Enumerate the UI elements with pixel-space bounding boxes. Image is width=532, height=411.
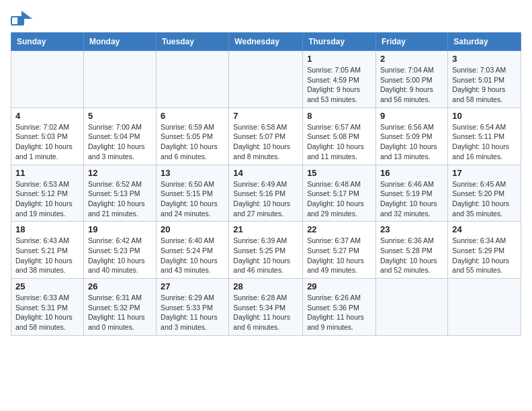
day-number: 17: [452, 168, 517, 178]
calendar-cell: 19Sunrise: 6:42 AM Sunset: 5:23 PM Dayli…: [83, 222, 156, 279]
calendar-cell: [375, 279, 447, 336]
day-number: 21: [233, 224, 298, 234]
col-header-saturday: Saturday: [448, 33, 521, 51]
day-number: 18: [15, 224, 79, 234]
day-info: Sunrise: 6:54 AM Sunset: 5:11 PM Dayligh…: [452, 122, 517, 162]
calendar-cell: 11Sunrise: 6:53 AM Sunset: 5:12 PM Dayli…: [11, 165, 84, 222]
calendar-cell: 14Sunrise: 6:49 AM Sunset: 5:16 PM Dayli…: [229, 165, 303, 222]
day-info: Sunrise: 6:40 AM Sunset: 5:24 PM Dayligh…: [161, 236, 224, 275]
day-info: Sunrise: 7:00 AM Sunset: 5:04 PM Dayligh…: [88, 122, 152, 162]
day-info: Sunrise: 6:34 AM Sunset: 5:29 PM Dayligh…: [452, 236, 517, 275]
calendar-cell: [11, 51, 84, 108]
calendar-cell: 28Sunrise: 6:28 AM Sunset: 5:34 PM Dayli…: [229, 279, 303, 336]
calendar-week-row: 1Sunrise: 7:05 AM Sunset: 4:59 PM Daylig…: [11, 51, 521, 108]
calendar-cell: 6Sunrise: 6:59 AM Sunset: 5:05 PM Daylig…: [157, 107, 229, 165]
day-number: 2: [380, 54, 443, 64]
day-info: Sunrise: 7:04 AM Sunset: 5:00 PM Dayligh…: [380, 65, 443, 105]
calendar-cell: 2Sunrise: 7:04 AM Sunset: 5:00 PM Daylig…: [375, 51, 447, 108]
day-number: 9: [380, 111, 443, 121]
day-number: 19: [88, 224, 152, 234]
calendar-cell: 16Sunrise: 6:46 AM Sunset: 5:19 PM Dayli…: [375, 165, 447, 222]
calendar-cell: 3Sunrise: 7:03 AM Sunset: 5:01 PM Daylig…: [448, 51, 521, 108]
col-header-friday: Friday: [375, 33, 447, 51]
day-info: Sunrise: 6:53 AM Sunset: 5:12 PM Dayligh…: [15, 179, 79, 219]
calendar-cell: 22Sunrise: 6:37 AM Sunset: 5:27 PM Dayli…: [303, 222, 376, 279]
calendar-cell: 26Sunrise: 6:31 AM Sunset: 5:32 PM Dayli…: [83, 279, 156, 336]
col-header-sunday: Sunday: [11, 33, 84, 51]
day-info: Sunrise: 7:02 AM Sunset: 5:03 PM Dayligh…: [15, 122, 79, 162]
calendar-cell: 1Sunrise: 7:05 AM Sunset: 4:59 PM Daylig…: [303, 51, 376, 108]
day-info: Sunrise: 6:57 AM Sunset: 5:08 PM Dayligh…: [307, 122, 371, 162]
day-info: Sunrise: 7:05 AM Sunset: 4:59 PM Dayligh…: [307, 65, 371, 105]
calendar-cell: 12Sunrise: 6:52 AM Sunset: 5:13 PM Dayli…: [83, 165, 156, 222]
day-number: 3: [452, 54, 517, 64]
calendar-week-row: 18Sunrise: 6:43 AM Sunset: 5:21 PM Dayli…: [11, 222, 521, 279]
logo-icon: [11, 11, 32, 27]
calendar-cell: 21Sunrise: 6:39 AM Sunset: 5:25 PM Dayli…: [229, 222, 303, 279]
calendar-cell: 29Sunrise: 6:26 AM Sunset: 5:36 PM Dayli…: [303, 279, 376, 336]
day-info: Sunrise: 6:50 AM Sunset: 5:15 PM Dayligh…: [161, 179, 224, 219]
day-info: Sunrise: 6:56 AM Sunset: 5:09 PM Dayligh…: [380, 122, 443, 162]
day-number: 29: [307, 281, 371, 291]
calendar-week-row: 11Sunrise: 6:53 AM Sunset: 5:12 PM Dayli…: [11, 165, 521, 222]
day-number: 15: [307, 168, 371, 178]
day-number: 13: [161, 168, 224, 178]
day-number: 1: [307, 54, 371, 64]
calendar-cell: [229, 51, 303, 108]
day-number: 5: [88, 111, 152, 121]
col-header-wednesday: Wednesday: [229, 33, 303, 51]
day-info: Sunrise: 6:28 AM Sunset: 5:34 PM Dayligh…: [233, 293, 298, 332]
day-info: Sunrise: 6:59 AM Sunset: 5:05 PM Dayligh…: [161, 122, 224, 162]
calendar-cell: 20Sunrise: 6:40 AM Sunset: 5:24 PM Dayli…: [157, 222, 229, 279]
calendar-cell: [157, 51, 229, 108]
day-number: 25: [15, 281, 79, 291]
day-number: 4: [15, 111, 79, 121]
col-header-thursday: Thursday: [303, 33, 376, 51]
col-header-tuesday: Tuesday: [157, 33, 229, 51]
calendar-cell: 24Sunrise: 6:34 AM Sunset: 5:29 PM Dayli…: [448, 222, 521, 279]
calendar-week-row: 4Sunrise: 7:02 AM Sunset: 5:03 PM Daylig…: [11, 107, 521, 165]
calendar-cell: 13Sunrise: 6:50 AM Sunset: 5:15 PM Dayli…: [157, 165, 229, 222]
day-info: Sunrise: 7:03 AM Sunset: 5:01 PM Dayligh…: [452, 65, 517, 105]
calendar-cell: 8Sunrise: 6:57 AM Sunset: 5:08 PM Daylig…: [303, 107, 376, 165]
svg-marker-1: [21, 11, 32, 19]
day-info: Sunrise: 6:39 AM Sunset: 5:25 PM Dayligh…: [233, 236, 298, 275]
day-info: Sunrise: 6:49 AM Sunset: 5:16 PM Dayligh…: [233, 179, 298, 219]
day-info: Sunrise: 6:31 AM Sunset: 5:32 PM Dayligh…: [88, 293, 152, 332]
day-number: 16: [380, 168, 443, 178]
calendar-cell: 25Sunrise: 6:33 AM Sunset: 5:31 PM Dayli…: [11, 279, 84, 336]
page-header: [11, 11, 521, 27]
day-info: Sunrise: 6:48 AM Sunset: 5:17 PM Dayligh…: [307, 179, 371, 219]
day-info: Sunrise: 6:45 AM Sunset: 5:20 PM Dayligh…: [452, 179, 517, 219]
day-info: Sunrise: 6:26 AM Sunset: 5:36 PM Dayligh…: [307, 293, 371, 332]
calendar-cell: 4Sunrise: 7:02 AM Sunset: 5:03 PM Daylig…: [11, 107, 84, 165]
col-header-monday: Monday: [83, 33, 156, 51]
day-info: Sunrise: 6:36 AM Sunset: 5:28 PM Dayligh…: [380, 236, 443, 275]
day-number: 10: [452, 111, 517, 121]
calendar-cell: 15Sunrise: 6:48 AM Sunset: 5:17 PM Dayli…: [303, 165, 376, 222]
day-info: Sunrise: 6:37 AM Sunset: 5:27 PM Dayligh…: [307, 236, 371, 275]
day-info: Sunrise: 6:33 AM Sunset: 5:31 PM Dayligh…: [15, 293, 79, 332]
day-info: Sunrise: 6:52 AM Sunset: 5:13 PM Dayligh…: [88, 179, 152, 219]
calendar-cell: 7Sunrise: 6:58 AM Sunset: 5:07 PM Daylig…: [229, 107, 303, 165]
day-info: Sunrise: 6:58 AM Sunset: 5:07 PM Dayligh…: [233, 122, 298, 162]
calendar-cell: 17Sunrise: 6:45 AM Sunset: 5:20 PM Dayli…: [448, 165, 521, 222]
day-info: Sunrise: 6:29 AM Sunset: 5:33 PM Dayligh…: [161, 293, 224, 332]
day-number: 24: [452, 224, 517, 234]
calendar-week-row: 25Sunrise: 6:33 AM Sunset: 5:31 PM Dayli…: [11, 279, 521, 336]
calendar-cell: 27Sunrise: 6:29 AM Sunset: 5:33 PM Dayli…: [157, 279, 229, 336]
calendar-table: SundayMondayTuesdayWednesdayThursdayFrid…: [11, 32, 521, 336]
calendar-cell: 5Sunrise: 7:00 AM Sunset: 5:04 PM Daylig…: [83, 107, 156, 165]
calendar-cell: 18Sunrise: 6:43 AM Sunset: 5:21 PM Dayli…: [11, 222, 84, 279]
calendar-cell: 10Sunrise: 6:54 AM Sunset: 5:11 PM Dayli…: [448, 107, 521, 165]
day-number: 7: [233, 111, 298, 121]
calendar-cell: 9Sunrise: 6:56 AM Sunset: 5:09 PM Daylig…: [375, 107, 447, 165]
day-number: 8: [307, 111, 371, 121]
day-number: 12: [88, 168, 152, 178]
logo: [11, 11, 35, 27]
calendar-cell: [83, 51, 156, 108]
day-number: 22: [307, 224, 371, 234]
svg-rect-2: [12, 17, 17, 24]
calendar-header-row: SundayMondayTuesdayWednesdayThursdayFrid…: [11, 33, 521, 51]
day-number: 27: [161, 281, 224, 291]
